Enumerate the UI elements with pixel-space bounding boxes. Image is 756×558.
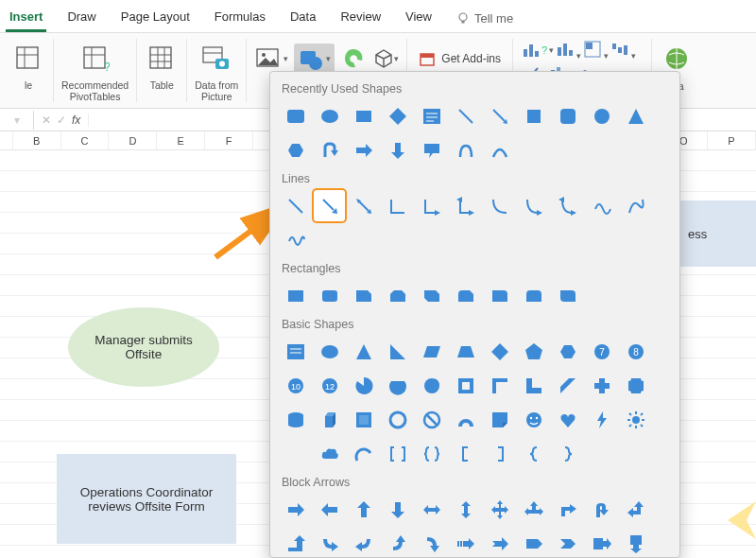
basic-teardrop[interactable] xyxy=(416,370,447,401)
line-curve[interactable] xyxy=(586,190,617,221)
shape-freeform[interactable] xyxy=(450,134,481,166)
tab-data[interactable]: Data xyxy=(286,6,319,32)
arrow-up-down[interactable] xyxy=(450,494,481,525)
tell-me[interactable]: Tell me xyxy=(453,6,517,32)
basic-right-triangle[interactable] xyxy=(382,336,413,367)
fx-button[interactable]: fx xyxy=(72,113,80,127)
shape-uturn-arrow[interactable] xyxy=(314,134,345,166)
arrow-up[interactable] xyxy=(348,494,379,525)
tab-page-layout[interactable]: Page Layout xyxy=(117,6,194,32)
shape-oval[interactable] xyxy=(314,100,345,131)
arrow-pentagon[interactable] xyxy=(518,528,549,557)
flowchart-oval[interactable]: Manager submits Offsite xyxy=(68,307,219,387)
col-f[interactable]: F xyxy=(205,131,253,149)
basic-right-bracket[interactable] xyxy=(484,438,515,469)
enter-icon[interactable]: ✓ xyxy=(57,113,66,127)
shape-diamond[interactable] xyxy=(382,100,413,131)
shape-circle[interactable] xyxy=(586,100,617,131)
basic-folded-corner[interactable] xyxy=(484,404,515,435)
shape-right-arrow[interactable] xyxy=(348,134,379,166)
basic-cloud[interactable] xyxy=(314,438,345,469)
basic-left-brace[interactable] xyxy=(518,438,549,469)
basic-moon[interactable] xyxy=(280,438,311,469)
table-button[interactable] xyxy=(145,42,179,76)
tab-draw[interactable]: Draw xyxy=(63,6,99,32)
basic-chord[interactable] xyxy=(382,370,413,401)
line-curved-arrow[interactable] xyxy=(518,190,549,221)
rect-round2same[interactable] xyxy=(518,280,549,311)
col-b[interactable]: B xyxy=(13,131,61,149)
column-chart-button[interactable]: ▾ xyxy=(556,40,581,61)
basic-smiley[interactable] xyxy=(518,404,549,435)
flowchart-rect-1[interactable]: Operations Coordinator reviews Offsite F… xyxy=(57,454,236,544)
arrow-left-right[interactable] xyxy=(416,494,447,525)
line-plain[interactable] xyxy=(280,190,311,221)
tab-review[interactable]: Review xyxy=(336,6,385,32)
shape-down-arrow[interactable] xyxy=(382,134,413,166)
tab-view[interactable]: View xyxy=(402,6,436,32)
basic-no-symbol[interactable] xyxy=(416,404,447,435)
arrow-down-callout[interactable] xyxy=(620,528,651,557)
rect-plain[interactable] xyxy=(280,280,311,311)
line-elbow-arrow[interactable] xyxy=(416,190,447,221)
line-double-arrow[interactable] xyxy=(348,190,379,221)
arrow-bent[interactable] xyxy=(552,494,583,525)
basic-double-brace[interactable] xyxy=(416,438,447,469)
shape-hexagon[interactable] xyxy=(280,134,311,166)
arrow-curved-left[interactable] xyxy=(348,528,379,557)
rect-rounded[interactable] xyxy=(314,280,345,311)
col-e[interactable]: E xyxy=(157,131,205,149)
line-freeform-shape[interactable] xyxy=(620,190,651,221)
basic-octagon[interactable]: 8 xyxy=(620,336,651,367)
rect-snip1[interactable] xyxy=(348,280,379,311)
arrow-right-callout[interactable] xyxy=(586,528,617,557)
basic-diamond[interactable] xyxy=(484,336,515,367)
line-elbow[interactable] xyxy=(382,190,413,221)
shape-line-arrow[interactable] xyxy=(484,100,515,131)
basic-block-arc[interactable] xyxy=(450,404,481,435)
basic-diag-stripe[interactable] xyxy=(552,370,583,401)
recommended-charts-button[interactable]: ?▾ xyxy=(521,40,554,61)
shape-rect[interactable] xyxy=(348,100,379,131)
pivottable-button[interactable] xyxy=(11,42,45,76)
arrow-quad[interactable] xyxy=(484,494,515,525)
arrow-curved-down[interactable] xyxy=(416,528,447,557)
line-curved-double[interactable] xyxy=(552,190,583,221)
cancel-icon[interactable]: ✕ xyxy=(42,113,51,127)
basic-trapezoid[interactable] xyxy=(450,336,481,367)
basic-arc[interactable] xyxy=(348,438,379,469)
shapes-button[interactable]: ▾ xyxy=(294,44,335,74)
basic-half-frame[interactable] xyxy=(484,370,515,401)
rect-round1[interactable] xyxy=(484,280,515,311)
shape-arc[interactable] xyxy=(484,134,515,166)
line-curved[interactable] xyxy=(484,190,515,221)
arrow-chevron[interactable] xyxy=(552,528,583,557)
col-d[interactable]: D xyxy=(109,131,157,149)
basic-textbox[interactable] xyxy=(280,336,311,367)
basic-lightning[interactable] xyxy=(586,404,617,435)
line-elbow-double[interactable] xyxy=(450,190,481,221)
waterfall-chart-button[interactable]: ▾ xyxy=(610,40,636,61)
arrow-curved-right[interactable] xyxy=(314,528,345,557)
rect-snip2same[interactable] xyxy=(382,280,413,311)
basic-parallelogram[interactable] xyxy=(416,336,447,367)
basic-l-shape[interactable] xyxy=(518,370,549,401)
shape-line[interactable] xyxy=(450,100,481,131)
rect-snip2diag[interactable] xyxy=(416,280,447,311)
arrow-curved-up[interactable] xyxy=(382,528,413,557)
tab-insert[interactable]: Insert xyxy=(6,6,46,32)
arrow-notched-right[interactable] xyxy=(484,528,515,557)
arrow-down[interactable] xyxy=(382,494,413,525)
basic-right-brace[interactable] xyxy=(552,438,583,469)
arrow-left-up[interactable] xyxy=(620,494,651,525)
basic-triangle[interactable] xyxy=(348,336,379,367)
arrow-left[interactable] xyxy=(314,494,345,525)
basic-dodecagon[interactable]: 12 xyxy=(314,370,345,401)
arrow-uturn[interactable] xyxy=(586,494,617,525)
arrow-left-right-up[interactable] xyxy=(518,494,549,525)
shape-rounded-rect[interactable] xyxy=(280,100,311,131)
basic-bevel[interactable] xyxy=(348,404,379,435)
arrow-bent-up[interactable] xyxy=(280,528,311,557)
line-arrow[interactable] xyxy=(314,190,345,221)
shape-callout[interactable] xyxy=(416,134,447,166)
